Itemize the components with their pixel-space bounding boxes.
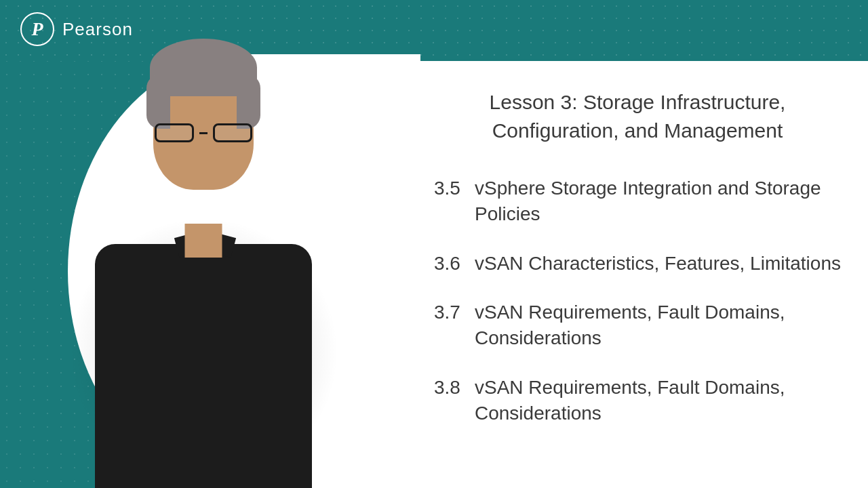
lesson-items-list: 3.5 vSphere Storage Integration and Stor… [434, 176, 841, 426]
shirt-body [95, 244, 312, 488]
item-number-4: 3.8 [434, 375, 475, 401]
logo-area: P Pearson [20, 12, 133, 46]
lesson-title: Lesson 3: Storage Infrastructure, Config… [434, 88, 841, 145]
pearson-circle-logo: P [20, 12, 54, 46]
lesson-title-line2: Configuration, and Management [492, 119, 783, 142]
lesson-title-line1: Lesson 3: Storage Infrastructure, [490, 91, 786, 113]
content-area: Lesson 3: Storage Infrastructure, Config… [393, 61, 868, 488]
hair-left [146, 75, 170, 129]
item-text-2: vSAN Characteristics, Features, Limitati… [475, 251, 841, 277]
list-item: 3.5 vSphere Storage Integration and Stor… [434, 176, 841, 227]
glasses-bridge [199, 132, 208, 134]
list-item: 3.7 vSAN Requirements, Fault Domains, Co… [434, 300, 841, 351]
list-item: 3.8 vSAN Requirements, Fault Domains, Co… [434, 375, 841, 426]
item-number-1: 3.5 [434, 176, 475, 201]
item-text-1: vSphere Storage Integration and Storage … [475, 176, 841, 227]
pearson-p-icon: P [31, 20, 43, 39]
glasses-right-lens [213, 123, 252, 142]
glasses-left-lens [155, 123, 194, 142]
item-number-3: 3.7 [434, 300, 475, 325]
presenter-figure [14, 0, 393, 488]
brand-name: Pearson [62, 19, 133, 40]
item-text-3: vSAN Requirements, Fault Domains, Consid… [475, 300, 841, 351]
item-number-2: 3.6 [434, 251, 475, 277]
item-text-4: vSAN Requirements, Fault Domains, Consid… [475, 375, 841, 426]
neck [185, 224, 222, 258]
hair-right [237, 75, 260, 129]
list-item: 3.6 vSAN Characteristics, Features, Limi… [434, 251, 841, 277]
